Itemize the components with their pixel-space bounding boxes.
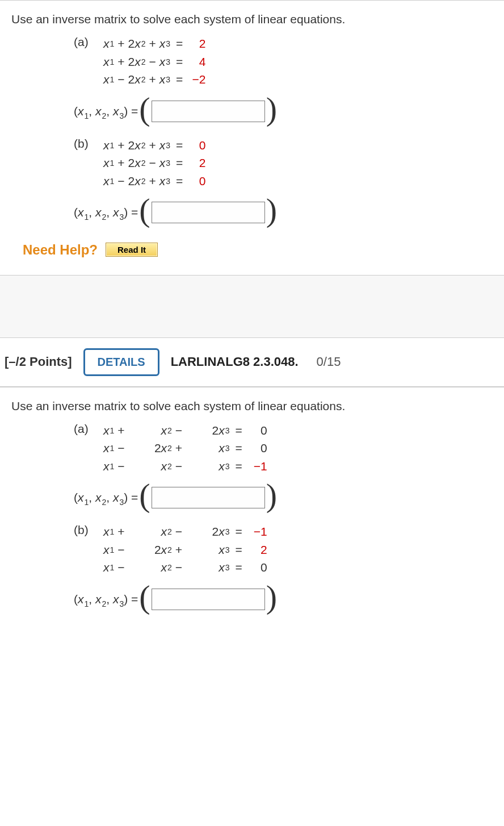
part-a: (a) x1+x2−2x3=0x1−2x2+x3=0x1−x2−x3=−1 (x…: [74, 422, 493, 511]
question-2: Use an inverse matrix to solve each syst…: [0, 387, 504, 643]
equation-line: x1−2x2+x3=−2: [103, 71, 205, 87]
equation-system: x1+2x2+x3=2x1+2x2−x3=4x1−2x2+x3=−2: [103, 35, 205, 87]
part-b: (b) x1+2x2+x3=0x1+2x2−x3=2x1−2x2+x3=0 (x…: [74, 137, 493, 226]
points-label: [–/2 Points]: [5, 354, 72, 369]
reference-label: LARLINALG8 2.3.048.: [171, 354, 299, 369]
answer-row: (x1, x2, x3) = ( ): [74, 586, 493, 612]
paren-left-icon: (: [138, 96, 151, 122]
help-row: Need Help? Read It: [23, 242, 493, 258]
answer-input-q2a[interactable]: [152, 487, 265, 508]
details-button[interactable]: DETAILS: [83, 348, 159, 376]
answer-row: (x1, x2, x3) = ( ): [74, 199, 493, 226]
equation-system: x1+x2−2x3=0x1−2x2+x3=0x1−x2−x3=−1: [103, 422, 267, 474]
equation-line: x1−2x2+x3=0: [103, 173, 205, 189]
question-header: [–/2 Points] DETAILS LARLINALG8 2.3.048.…: [0, 337, 504, 387]
part-label: (a): [74, 35, 103, 49]
equation-line: x1−x2−x3=−1: [103, 458, 267, 474]
spacer: [0, 275, 504, 337]
equation-line: x1+x2−2x3=−1: [103, 523, 267, 540]
part-label: (b): [74, 523, 103, 537]
paren-right-icon: ): [265, 197, 278, 223]
read-it-button[interactable]: Read It: [106, 243, 158, 257]
equation-line: x1+2x2−x3=4: [103, 53, 205, 70]
equation-line: x1+2x2+x3=0: [103, 137, 205, 153]
paren-right-icon: ): [265, 584, 278, 610]
part-label: (b): [74, 137, 103, 151]
paren-left-icon: (: [138, 197, 151, 223]
answer-row: (x1, x2, x3) = ( ): [74, 485, 493, 511]
paren-left-icon: (: [138, 482, 151, 508]
answer-label: (x1, x2, x3) =: [74, 491, 138, 504]
question-1: Use an inverse matrix to solve each syst…: [0, 0, 504, 275]
attempts-label: 0/15: [317, 354, 341, 369]
answer-input-q2b[interactable]: [152, 589, 265, 610]
answer-label: (x1, x2, x3) =: [74, 593, 138, 606]
instruction-text: Use an inverse matrix to solve each syst…: [11, 11, 493, 27]
part-a: (a) x1+2x2+x3=2x1+2x2−x3=4x1−2x2+x3=−2 (…: [74, 35, 493, 124]
paren-right-icon: ): [265, 96, 278, 122]
part-label: (a): [74, 422, 103, 436]
answer-label: (x1, x2, x3) =: [74, 206, 138, 219]
equation-line: x1−x2−x3=0: [103, 559, 267, 575]
equation-line: x1+2x2+x3=2: [103, 35, 205, 52]
answer-input-q1b[interactable]: [152, 202, 265, 223]
answer-label: (x1, x2, x3) =: [74, 105, 138, 118]
need-help-label: Need Help?: [23, 242, 98, 258]
paren-left-icon: (: [138, 584, 151, 610]
equation-line: x1+x2−2x3=0: [103, 422, 267, 439]
equation-line: x1−2x2+x3=2: [103, 541, 267, 558]
equation-line: x1+2x2−x3=2: [103, 155, 205, 171]
part-b: (b) x1+x2−2x3=−1x1−2x2+x3=2x1−x2−x3=0 (x…: [74, 523, 493, 612]
equation-system: x1+2x2+x3=0x1+2x2−x3=2x1−2x2+x3=0: [103, 137, 205, 189]
instruction-text: Use an inverse matrix to solve each syst…: [11, 398, 493, 414]
answer-input-q1a[interactable]: [152, 101, 265, 122]
answer-row: (x1, x2, x3) = ( ): [74, 98, 493, 124]
equation-system: x1+x2−2x3=−1x1−2x2+x3=2x1−x2−x3=0: [103, 523, 267, 575]
equation-line: x1−2x2+x3=0: [103, 440, 267, 456]
paren-right-icon: ): [265, 482, 278, 508]
